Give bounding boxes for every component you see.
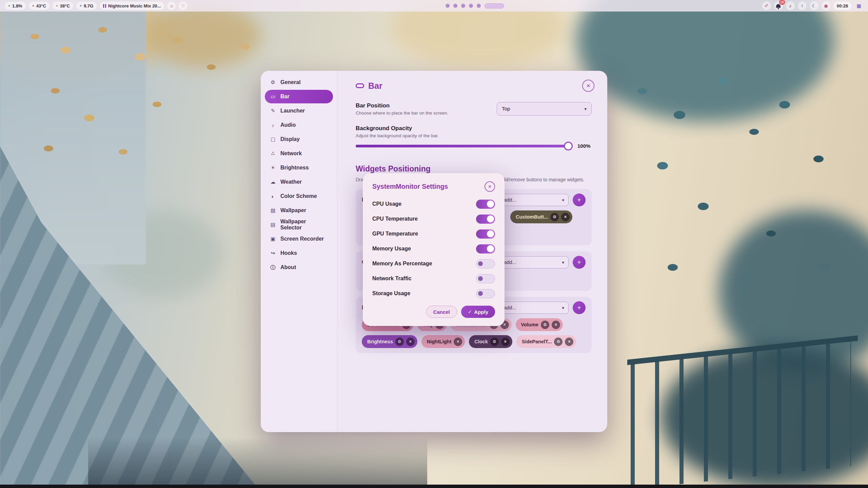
sliders-icon: ⚙ xyxy=(270,79,276,85)
widget-chip-clock[interactable]: Clock ⚙ × xyxy=(469,335,512,348)
sidebar-item-wallpaper-selector[interactable]: ▤ Wallpaper Selector xyxy=(265,218,333,231)
top-bar: ● 1.8% ● 43°C ● 38°C ● 9.7G Nightcore Mu… xyxy=(0,0,868,12)
sidebar-item-label: Hooks xyxy=(280,250,297,256)
pause-icon xyxy=(103,4,106,8)
sidebar-item-audio[interactable]: ♪ Audio xyxy=(265,118,333,132)
toggle-row-cpu-temperature: CPU Temperature xyxy=(372,211,495,226)
bar-position-value: Top xyxy=(502,106,510,112)
bar-icon: ▭ xyxy=(270,94,276,100)
favorite-button[interactable]: ♡ xyxy=(179,2,187,10)
workspace-dot[interactable] xyxy=(446,4,450,8)
workspace-dot[interactable] xyxy=(453,4,457,8)
widget-chip-nightlight[interactable]: NightLight × xyxy=(421,335,465,348)
chevron-down-icon: ▾ xyxy=(562,305,564,310)
gear-icon[interactable]: ⚙ xyxy=(490,338,499,346)
close-button[interactable]: × xyxy=(582,80,594,92)
bell-icon[interactable]: 10 xyxy=(774,1,783,10)
gpu-thermometer-icon: ● xyxy=(56,4,58,7)
weather-icon: ☁ xyxy=(270,179,276,185)
workspace-dot[interactable] xyxy=(477,4,481,8)
arrow-up-icon[interactable]: ↑ xyxy=(798,1,807,10)
sidebar-item-color-scheme[interactable]: ◐ Color Scheme xyxy=(265,189,333,203)
background-opacity-label: Background Opacity xyxy=(356,125,592,132)
workspace-active-pill[interactable] xyxy=(485,3,504,8)
sidebar-item-screen-recorder[interactable]: ▣ Screen Recorder xyxy=(265,232,333,246)
widget-chip-volume[interactable]: Volume ⚙ × xyxy=(516,318,563,331)
sidebar-item-brightness[interactable]: ☀ Brightness xyxy=(265,161,333,175)
systemmonitor-settings-modal: SystemMonitor Settings × CPU Usage CPU T… xyxy=(363,173,505,326)
storage-usage-toggle[interactable] xyxy=(476,289,495,298)
add-widget-button[interactable]: + xyxy=(573,301,586,314)
modal-close-button[interactable]: × xyxy=(485,181,495,192)
modal-title: SystemMonitor Settings xyxy=(372,183,448,190)
close-icon[interactable]: × xyxy=(561,213,570,221)
sidebar-item-hooks[interactable]: ↪ Hooks xyxy=(265,246,333,260)
sidebar-item-bar[interactable]: ▭ Bar xyxy=(265,90,333,103)
sidebar-item-network[interactable]: ∴ Network xyxy=(265,147,333,160)
widget-chip-sidepanel[interactable]: SidePanelT... ⚙ × xyxy=(516,335,576,348)
sidebar-item-label: Screen Recorder xyxy=(280,236,324,242)
record-icon[interactable]: ◉ xyxy=(822,1,830,10)
gpu-temperature-toggle[interactable] xyxy=(476,229,495,239)
add-widget-button[interactable]: + xyxy=(573,256,586,269)
opacity-slider-knob[interactable] xyxy=(564,142,573,150)
sidebar-item-display[interactable]: ▢ Display xyxy=(265,133,333,146)
sidebar-item-about[interactable]: ⓘ About xyxy=(265,261,333,274)
sidebar-item-weather[interactable]: ☁ Weather xyxy=(265,175,333,189)
cpu-temperature-toggle[interactable] xyxy=(476,215,495,224)
memory-value: 9.7G xyxy=(84,3,93,8)
workspace-indicator xyxy=(187,3,762,8)
sidebar-item-launcher[interactable]: ✎ Launcher xyxy=(265,104,333,118)
gallery-icon: ▤ xyxy=(270,222,276,228)
palette-icon: ◐ xyxy=(270,194,276,199)
pen-icon: ✎ xyxy=(270,108,276,114)
widget-chip-custombutton[interactable]: CustomButt... ⚙ × xyxy=(510,210,572,223)
color-picker-icon[interactable]: ✐ xyxy=(762,1,771,10)
workspace-dot[interactable] xyxy=(469,4,473,8)
add-widget-button[interactable]: + xyxy=(573,194,586,206)
close-icon[interactable]: × xyxy=(501,338,510,346)
close-icon[interactable]: × xyxy=(552,321,560,329)
gear-icon[interactable]: ⚙ xyxy=(395,338,404,346)
sidebar-item-general[interactable]: ⚙ General xyxy=(265,76,333,89)
bar-position-row: Bar Position Choose where to place the b… xyxy=(356,102,592,116)
memory-usage-toggle[interactable] xyxy=(476,244,495,253)
media-widget[interactable]: Nightcore Music Mix 20... xyxy=(100,2,164,10)
cpu-temp-widget[interactable]: ● 43°C xyxy=(29,2,50,10)
bar-title-icon xyxy=(356,83,364,88)
network-traffic-toggle[interactable] xyxy=(476,274,495,283)
gear-icon[interactable]: ⚙ xyxy=(541,321,549,329)
apps-grid-icon[interactable]: ▦ xyxy=(854,1,863,10)
gear-icon[interactable]: ⚙ xyxy=(554,338,563,346)
memory-widget[interactable]: ● 9.7G xyxy=(76,2,97,10)
wallpaper-foliage xyxy=(146,3,261,68)
apply-button[interactable]: ✓ Apply xyxy=(461,306,495,318)
cpu-usage-widget[interactable]: ● 1.8% xyxy=(5,2,26,10)
memory-as-percentage-toggle[interactable] xyxy=(476,259,495,268)
close-icon[interactable]: × xyxy=(565,338,573,346)
widget-chip-brightness[interactable]: Brightness ⚙ × xyxy=(362,335,417,348)
sidebar-item-label: Display xyxy=(280,136,300,142)
media-title: Nightcore Music Mix 20... xyxy=(108,3,161,8)
toggle-row-memory-usage: Memory Usage xyxy=(372,241,495,256)
emoji-button[interactable]: ☺ xyxy=(167,2,176,10)
clock[interactable]: 00:28 xyxy=(833,2,851,10)
bar-position-desc: Choose where to place the bar on the scr… xyxy=(356,110,448,116)
cancel-button[interactable]: Cancel xyxy=(426,306,457,318)
audio-icon: ♪ xyxy=(270,122,276,128)
thermometer-icon: ● xyxy=(32,4,34,7)
cpu-temp-value: 43°C xyxy=(36,3,46,8)
gpu-temp-widget[interactable]: ● 38°C xyxy=(53,2,73,10)
volume-icon[interactable]: ♪ xyxy=(786,1,795,10)
close-icon[interactable]: × xyxy=(454,338,462,346)
cpu-usage-toggle[interactable] xyxy=(476,200,495,209)
bar-position-select[interactable]: Top ▾ xyxy=(497,102,592,116)
night-light-icon[interactable]: ☾ xyxy=(810,1,818,10)
opacity-slider[interactable] xyxy=(356,145,571,147)
sidebar-item-wallpaper[interactable]: ▨ Wallpaper xyxy=(265,204,333,217)
bar-position-label: Bar Position xyxy=(356,102,448,109)
gear-icon[interactable]: ⚙ xyxy=(550,213,559,221)
close-icon[interactable]: × xyxy=(406,338,415,346)
cpu-usage-value: 1.8% xyxy=(12,3,22,8)
workspace-dot[interactable] xyxy=(461,4,465,8)
